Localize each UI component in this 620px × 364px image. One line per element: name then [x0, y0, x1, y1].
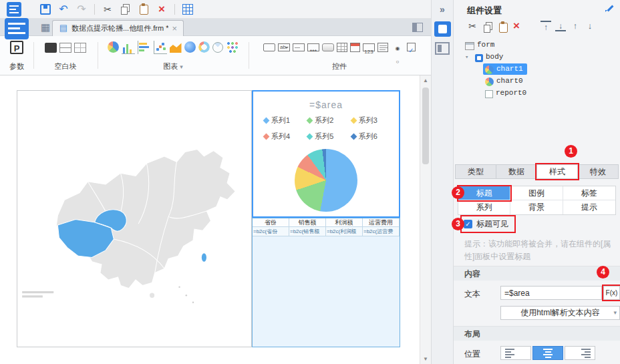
dot-chart-icon[interactable] — [226, 41, 239, 54]
expander-icon[interactable]: ▾ — [465, 53, 472, 61]
cut-icon[interactable] — [101, 3, 114, 16]
style-subtab-series[interactable]: 系列 — [458, 200, 510, 214]
calendar-control-icon[interactable] — [350, 43, 360, 52]
dropdown-arrow-icon[interactable]: ▾ — [613, 307, 617, 319]
undo-icon[interactable] — [57, 3, 70, 16]
legend-item: 系列5 — [307, 132, 351, 142]
chart-icon — [485, 77, 494, 86]
parameter-icon[interactable] — [10, 41, 23, 54]
move-down-icon[interactable] — [585, 21, 595, 31]
redo-icon[interactable] — [75, 3, 88, 16]
grid-control-icon[interactable] — [337, 43, 347, 52]
delete-icon[interactable] — [155, 3, 168, 16]
style-subtab-background[interactable]: 背景 — [510, 200, 563, 214]
app-icon[interactable] — [7, 2, 21, 17]
edit-pencil-icon[interactable] — [605, 3, 615, 13]
scroll-up-icon[interactable]: ▲ — [420, 75, 431, 85]
ribbon-group-label[interactable]: 空白块 — [35, 61, 96, 71]
radio-control-icon[interactable] — [391, 41, 404, 54]
sea-island-dot — [186, 295, 187, 297]
designer-logo-icon[interactable] — [5, 18, 29, 39]
block-split-icon[interactable] — [59, 43, 71, 53]
pie-chart-icon[interactable] — [108, 41, 119, 53]
textarea-control-icon[interactable] — [377, 43, 388, 52]
document-tab[interactable]: 数据点提示轮播...他组件.frm * × — [52, 20, 184, 36]
tree-item-chart0[interactable]: chart0 — [454, 75, 620, 87]
radar-chart-icon[interactable] — [212, 42, 223, 53]
component-tree: form▾bodychart1chart0report0 — [454, 39, 620, 99]
cut-icon[interactable] — [467, 21, 478, 31]
report-table-component-report0[interactable]: 省份销售额利润额运营费用 =b2c(省份=b2c(销售额=b2c(利润额=b2c… — [252, 218, 400, 347]
html-parse-button[interactable]: 使用html解析文本内容 ▾ — [500, 306, 620, 320]
paste-icon[interactable] — [137, 3, 150, 16]
copy-icon[interactable] — [482, 21, 492, 31]
ribbon-group-label[interactable]: 控件 — [250, 61, 429, 71]
grid-view-icon[interactable] — [39, 21, 52, 34]
copy-icon[interactable] — [119, 3, 132, 16]
legend-label: 系列3 — [359, 116, 377, 126]
comp-settings-icon[interactable] — [434, 21, 451, 37]
settings-tab-effect[interactable]: 特效 — [577, 164, 619, 179]
bar-chart-icon[interactable] — [138, 41, 151, 54]
table-header-cell: 利润额 — [326, 218, 363, 227]
checkbox-checked-icon[interactable]: ✓ — [464, 220, 472, 228]
style-subtab-legend[interactable]: 图例 — [510, 186, 563, 200]
legend-marker-icon — [350, 134, 357, 140]
number-control-icon[interactable] — [363, 43, 375, 51]
scroll-down-icon[interactable]: ▼ — [420, 354, 431, 364]
align-center-button[interactable] — [532, 346, 563, 360]
form-icon — [465, 42, 474, 50]
settings-tab-data[interactable]: 数据 — [496, 164, 537, 179]
scatter-chart-icon[interactable] — [154, 41, 167, 54]
ribbon-group-blank-block: 空白块 — [35, 36, 96, 75]
save-icon[interactable] — [40, 4, 51, 15]
combo-control-icon[interactable] — [278, 43, 290, 51]
block-solid-icon[interactable] — [45, 43, 57, 53]
tree-item-form[interactable]: form — [454, 39, 620, 51]
password-control-icon[interactable] — [307, 43, 319, 51]
title-text-input[interactable] — [500, 286, 602, 300]
settings-tab-type[interactable]: 类型 — [455, 164, 496, 179]
area-chart-icon[interactable] — [170, 42, 182, 53]
tab-close-icon[interactable]: × — [172, 23, 177, 33]
settings-tab-style[interactable]: 样式 — [536, 164, 578, 179]
chart-icon — [485, 65, 494, 74]
chevron-down-icon[interactable]: ▾ — [180, 63, 183, 70]
design-canvas[interactable]: =$area 系列1系列2系列3系列4系列5系列6 省份销售额利润额运营费用 =… — [0, 75, 431, 364]
move-bottom-icon[interactable] — [555, 21, 566, 31]
delete-icon[interactable] — [511, 21, 522, 31]
format-table-icon[interactable] — [182, 4, 193, 15]
button-control-icon[interactable] — [322, 43, 334, 51]
table-header-cell: 销售额 — [289, 218, 326, 227]
tree-item-body[interactable]: ▾body — [454, 51, 620, 63]
donut-chart-icon[interactable] — [198, 41, 210, 53]
scrollbar-thumb[interactable] — [422, 87, 429, 164]
ribbon-group-label[interactable]: 参数 — [1, 61, 32, 71]
rect-control-icon[interactable] — [263, 43, 275, 51]
paste-icon[interactable] — [496, 21, 507, 31]
layout-frame-icon[interactable] — [435, 42, 450, 55]
tree-item-report0[interactable]: report0 — [454, 87, 620, 99]
block-grid-icon[interactable] — [74, 43, 86, 53]
collapse-icon[interactable] — [436, 3, 449, 16]
column-chart-icon[interactable] — [122, 41, 135, 54]
move-up-icon[interactable] — [570, 21, 581, 31]
style-subtab-label[interactable]: 标签 — [563, 186, 615, 200]
globe-chart-icon[interactable] — [184, 41, 196, 53]
formula-fx-button[interactable]: F(x) — [603, 286, 620, 300]
canvas-vertical-scrollbar[interactable]: ▲ ▼ — [420, 75, 431, 364]
ribbon-group-label[interactable]: 图表 ▾ — [99, 61, 247, 71]
title-visible-checkbox-row[interactable]: ✓ 标题可见 — [462, 216, 514, 232]
map-chart-component[interactable] — [17, 90, 252, 347]
pie-chart-component-chart1[interactable]: =$area 系列1系列2系列3系列4系列5系列6 — [252, 90, 400, 218]
tree-item-chart1[interactable]: chart1 — [454, 63, 620, 75]
align-left-button[interactable] — [500, 346, 531, 360]
align-right-button[interactable] — [565, 346, 595, 360]
checkbox-control-icon[interactable] — [407, 43, 416, 51]
move-top-icon[interactable] — [540, 21, 551, 31]
style-subtab-tooltip[interactable]: 提示 — [563, 200, 615, 214]
legend-item: 系列2 — [307, 116, 351, 126]
style-subtab-title[interactable]: 标题 — [458, 186, 510, 200]
float-panel-icon[interactable] — [412, 23, 423, 32]
input-control-icon[interactable] — [293, 43, 305, 51]
